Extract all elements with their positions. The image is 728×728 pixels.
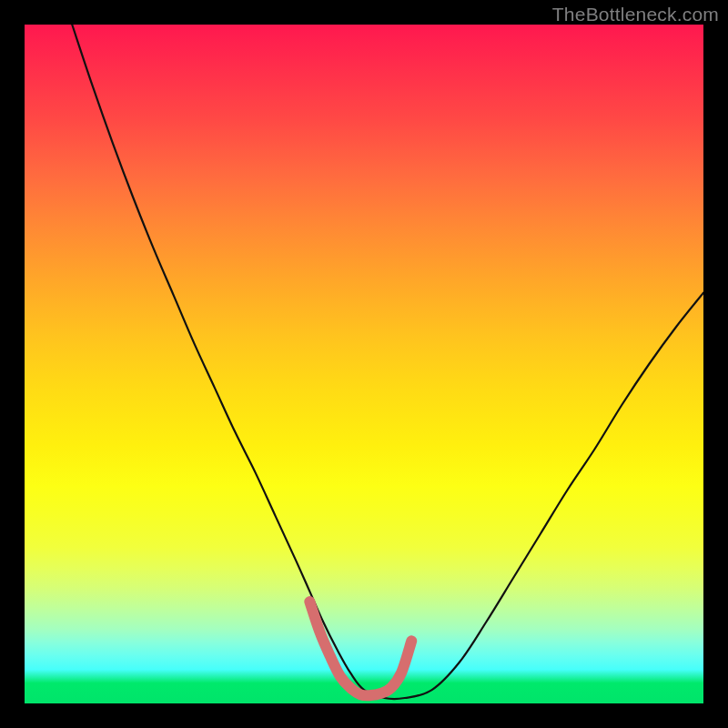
watermark-text: TheBottleneck.com <box>552 4 719 25</box>
bottom-highlight <box>309 602 411 695</box>
chart-frame <box>25 25 703 703</box>
chart-svg <box>25 25 703 703</box>
bottleneck-curve <box>72 25 703 699</box>
